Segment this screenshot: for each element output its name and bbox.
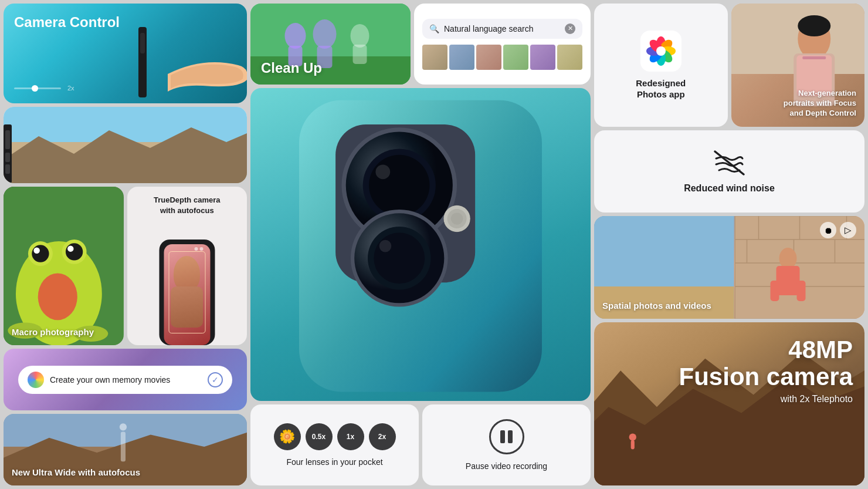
macro-label: Macro photography bbox=[12, 327, 94, 337]
svg-point-36 bbox=[66, 243, 83, 260]
right-top-row: RedesignedPhotos app bbox=[594, 4, 864, 127]
redesigned-photos-label: RedesignedPhotos app bbox=[636, 77, 686, 100]
spatial-tile: ⏺ ▷ Spatial photos and videos bbox=[594, 216, 864, 319]
svg-point-59 bbox=[369, 155, 429, 215]
ultrawide-tile: New Ultra Wide with autofocus bbox=[4, 414, 247, 485]
pause-video-label: Pause video recording bbox=[466, 461, 547, 471]
four-lenses-label: Four lenses in your pocket bbox=[286, 457, 382, 467]
pause-bar-right bbox=[508, 430, 513, 443]
spatial-play-icon: ▷ bbox=[840, 222, 856, 238]
phone-mockup bbox=[159, 240, 215, 345]
center-col: Clean Up 🔍 Natural language search ✕ bbox=[250, 4, 591, 485]
truedepth-title: TrueDepth camerawith autofocus bbox=[149, 195, 225, 216]
svg-rect-29 bbox=[5, 164, 10, 174]
frog-svg bbox=[4, 187, 124, 345]
memory-check-button[interactable]: ✓ bbox=[208, 372, 223, 387]
four-lenses-tile: 🌼 0.5x 1x 2x Four lenses in your pocket bbox=[250, 404, 419, 485]
photo-item-6 bbox=[557, 45, 582, 70]
photos-app-icon bbox=[640, 31, 681, 72]
svg-point-60 bbox=[375, 164, 390, 179]
center-bottom-row: 🌼 0.5x 1x 2x Four lenses in your pocket … bbox=[250, 404, 591, 485]
svg-rect-44 bbox=[121, 432, 126, 462]
spatial-record-icon: ⏺ bbox=[820, 222, 836, 238]
fusion-subtitle: with 2x Telephoto bbox=[679, 394, 853, 404]
search-text: Natural language search bbox=[444, 24, 560, 33]
cleanup-tile: Clean Up bbox=[250, 4, 411, 85]
photo-item-4 bbox=[503, 45, 528, 70]
memory-input-text: Create your own memory movies bbox=[50, 375, 202, 385]
pause-video-tile: Pause video recording bbox=[422, 404, 591, 485]
right-col: RedesignedPhotos app bbox=[594, 4, 864, 485]
fusion-text: 48MPFusion camera with 2x Telephoto bbox=[679, 336, 853, 404]
siri-icon bbox=[28, 372, 44, 388]
cleanup-label: Clean Up bbox=[261, 60, 322, 76]
spatial-label: Spatial photos and videos bbox=[602, 301, 711, 311]
svg-rect-110 bbox=[631, 440, 635, 449]
svg-point-45 bbox=[120, 423, 127, 430]
svg-point-65 bbox=[379, 240, 392, 252]
svg-point-79 bbox=[656, 46, 666, 56]
pause-icon bbox=[500, 430, 513, 443]
camera-control-tile: Camera Control 2x bbox=[4, 4, 247, 103]
natural-language-tile: 🔍 Natural language search ✕ bbox=[414, 4, 591, 85]
fusion-tile: 48MPFusion camera with 2x Telephoto bbox=[594, 322, 864, 485]
macro-tile: Macro photography bbox=[4, 187, 124, 345]
svg-point-34 bbox=[33, 248, 39, 254]
left-col: Camera Control 2x bbox=[4, 4, 247, 485]
svg-point-109 bbox=[629, 433, 636, 440]
svg-rect-27 bbox=[5, 130, 10, 149]
portrait-label: Next-generationportraits with Focusand D… bbox=[784, 89, 856, 119]
search-clear-button[interactable]: ✕ bbox=[565, 23, 575, 34]
mountain-tile bbox=[4, 107, 247, 183]
lens-0-5x-btn[interactable]: 0.5x bbox=[306, 423, 333, 450]
photo-item-1 bbox=[422, 45, 447, 70]
camera-control-title: Camera Control bbox=[14, 14, 120, 31]
svg-point-33 bbox=[32, 245, 49, 262]
finger-graphic bbox=[133, 21, 247, 103]
photo-item-2 bbox=[449, 45, 474, 70]
svg-rect-53 bbox=[353, 45, 367, 64]
pause-button[interactable] bbox=[489, 419, 524, 454]
lens-2x-btn[interactable]: 2x bbox=[369, 423, 396, 450]
macro-truedepth-row: Macro photography TrueDepth camerawith a… bbox=[4, 187, 247, 345]
svg-point-37 bbox=[67, 245, 73, 251]
pause-bar-left bbox=[500, 430, 505, 443]
wind-noise-icon bbox=[713, 150, 745, 176]
portrait-tile: Next-generationportraits with Focusand D… bbox=[731, 4, 865, 127]
svg-point-38 bbox=[38, 274, 77, 321]
search-icon: 🔍 bbox=[429, 24, 439, 33]
photo-grid bbox=[422, 45, 582, 70]
svg-rect-86 bbox=[802, 56, 826, 59]
photo-item-5 bbox=[530, 45, 555, 70]
lens-1x-btn[interactable]: 1x bbox=[337, 423, 364, 450]
svg-point-64 bbox=[374, 232, 425, 284]
svg-rect-101 bbox=[777, 266, 800, 295]
svg-point-50 bbox=[313, 19, 337, 49]
svg-point-84 bbox=[798, 15, 830, 36]
redesigned-photos-tile: RedesignedPhotos app bbox=[594, 4, 728, 127]
app-container: Camera Control 2x bbox=[0, 0, 868, 489]
svg-point-69 bbox=[451, 213, 463, 225]
svg-point-100 bbox=[779, 248, 797, 269]
spatial-icons: ⏺ ▷ bbox=[820, 222, 856, 238]
lens-flower-btn[interactable]: 🌼 bbox=[274, 423, 301, 450]
camera-slider: 2x bbox=[14, 85, 74, 92]
svg-rect-103 bbox=[797, 281, 806, 301]
memory-movies-tile: Create your own memory movies ✓ bbox=[4, 349, 247, 410]
ultrawide-label: New Ultra Wide with autofocus bbox=[12, 467, 140, 477]
lens-buttons: 🌼 0.5x 1x 2x bbox=[274, 423, 396, 450]
center-top-row: Clean Up 🔍 Natural language search ✕ bbox=[250, 4, 591, 85]
camera-main-svg bbox=[250, 88, 591, 401]
main-camera-tile bbox=[250, 88, 591, 401]
photo-item-3 bbox=[476, 45, 501, 70]
wind-noise-tile: Reduced wind noise bbox=[594, 130, 864, 213]
fusion-title: 48MPFusion camera bbox=[679, 336, 853, 390]
svg-point-52 bbox=[351, 24, 369, 48]
search-bar[interactable]: 🔍 Natural language search ✕ bbox=[422, 19, 582, 39]
wind-noise-label: Reduced wind noise bbox=[684, 183, 775, 194]
memory-input-bar: Create your own memory movies ✓ bbox=[18, 366, 232, 394]
truedepth-tile: TrueDepth camerawith autofocus bbox=[127, 187, 247, 345]
svg-rect-22 bbox=[140, 33, 145, 53]
svg-point-48 bbox=[285, 23, 306, 49]
svg-rect-102 bbox=[771, 281, 779, 301]
